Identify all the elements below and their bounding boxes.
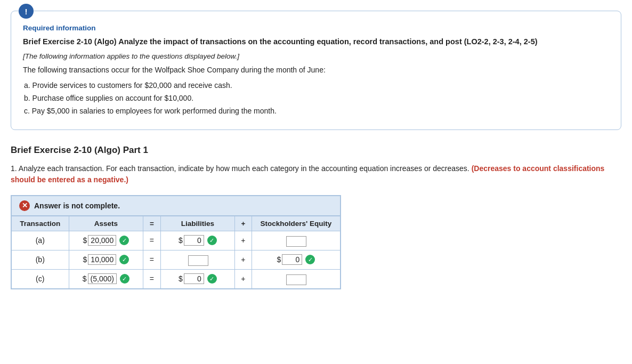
row-c-dollar-assets: $: [83, 274, 87, 283]
transaction-c: c. Pay $5,000 in salaries to employees f…: [24, 105, 609, 118]
row-c-plus: +: [235, 269, 252, 288]
row-a-dollar-liab: $: [179, 236, 183, 245]
transaction-a: a. Provide services to customers for $20…: [24, 79, 609, 92]
row-a-equity-value[interactable]: [286, 236, 306, 247]
part-heading: Brief Exercise 2-10 (Algo) Part 1: [11, 145, 621, 156]
row-c-equals: =: [143, 269, 160, 288]
row-a-liab-check: ✓: [207, 236, 217, 245]
info-icon: !: [19, 4, 34, 19]
row-b-equity-value[interactable]: 0: [282, 254, 302, 265]
row-c-liabilities-cell: $ 0 ✓: [160, 269, 235, 288]
transactions-list: a. Provide services to customers for $20…: [24, 79, 609, 117]
x-icon: ✕: [19, 200, 30, 211]
row-c-transaction: (c): [12, 269, 69, 288]
row-c-assets-value[interactable]: (5,000): [88, 273, 117, 284]
info-box: ! Required information Brief Exercise 2-…: [11, 11, 621, 130]
row-a-assets-cell: $ 20,000 ✓: [69, 231, 143, 250]
header-equity: Stockholders' Equity: [252, 216, 340, 231]
table-row: (c) $ (5,000) ✓ = $ 0 ✓ +: [12, 269, 341, 288]
row-b-equity-check: ✓: [305, 255, 315, 264]
table-row: (a) $ 20,000 ✓ = $ 0 ✓ +: [12, 231, 341, 250]
required-label: Required information: [23, 24, 609, 32]
row-b-dollar-assets: $: [83, 255, 87, 264]
row-c-dollar-liab: $: [179, 274, 183, 283]
row-b-assets-check: ✓: [119, 255, 129, 264]
instruction-main: 1. Analyze each transaction. For each tr…: [11, 164, 469, 173]
row-b-transaction: (b): [12, 250, 69, 269]
accounting-equation-table: Transaction Assets = Liabilities + Stock…: [11, 216, 341, 289]
row-b-plus: +: [235, 250, 252, 269]
header-plus: +: [235, 216, 252, 231]
row-c-assets-cell: $ (5,000) ✓: [69, 269, 143, 288]
answer-banner: ✕ Answer is not complete.: [11, 196, 341, 216]
header-liabilities: Liabilities: [160, 216, 235, 231]
row-a-assets-value[interactable]: 20,000: [88, 235, 116, 246]
row-a-equity-cell[interactable]: [252, 231, 340, 250]
instruction-text: 1. Analyze each transaction. For each tr…: [11, 163, 621, 185]
row-a-assets-check: ✓: [119, 236, 129, 245]
intro-text: The following transactions occur for the…: [23, 66, 609, 74]
row-b-dollar-equity: $: [277, 255, 281, 264]
row-c-liab-value[interactable]: 0: [184, 273, 204, 284]
header-equals: =: [143, 216, 160, 231]
row-c-equity-cell[interactable]: [252, 269, 340, 288]
header-transaction: Transaction: [12, 216, 69, 231]
row-b-equity-cell: $ 0 ✓: [252, 250, 340, 269]
row-b-assets-value[interactable]: 10,000: [88, 254, 116, 265]
row-b-assets-cell: $ 10,000 ✓: [69, 250, 143, 269]
accounting-table-wrapper: ✕ Answer is not complete. Transaction As…: [11, 195, 341, 289]
row-c-assets-check: ✓: [120, 274, 129, 284]
row-b-liab-value[interactable]: [188, 255, 208, 266]
transaction-b: b. Purchase office supplies on account f…: [24, 92, 609, 105]
answer-banner-text: Answer is not complete.: [34, 201, 120, 210]
row-a-dollar-assets: $: [83, 236, 87, 245]
exercise-title: Brief Exercise 2-10 (Algo) Analyze the i…: [23, 36, 609, 47]
italic-note: [The following information applies to th…: [23, 52, 609, 60]
header-assets: Assets: [69, 216, 143, 231]
row-a-transaction: (a): [12, 231, 69, 250]
row-a-liabilities-cell: $ 0 ✓: [160, 231, 235, 250]
row-a-liab-value[interactable]: 0: [184, 235, 204, 246]
table-row: (b) $ 10,000 ✓ = +: [12, 250, 341, 269]
row-c-liab-check: ✓: [207, 274, 217, 284]
row-c-equity-value[interactable]: [286, 274, 306, 285]
row-a-equals: =: [143, 231, 160, 250]
row-b-equals: =: [143, 250, 160, 269]
row-b-liabilities-cell[interactable]: [160, 250, 235, 269]
row-a-plus: +: [235, 231, 252, 250]
